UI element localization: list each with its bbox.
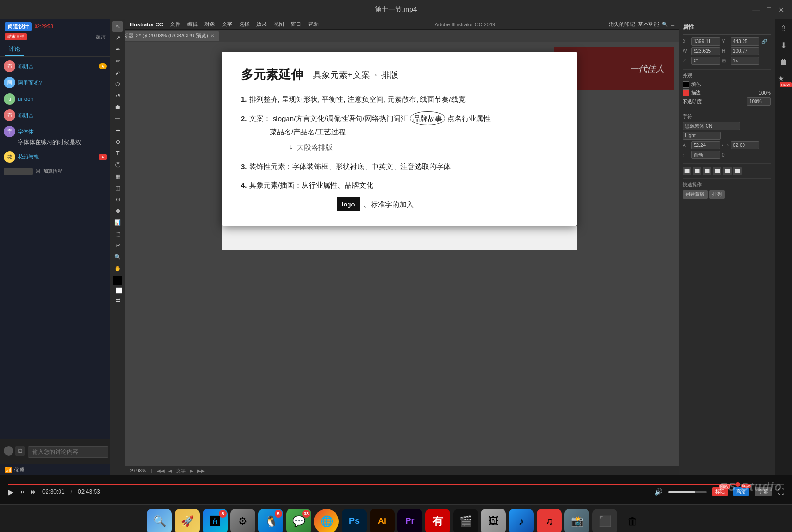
menu-file[interactable]: 文件 <box>167 20 183 29</box>
menu-edit[interactable]: 编辑 <box>184 20 201 29</box>
prev-button[interactable]: ⏮ <box>19 488 25 495</box>
download-icon[interactable]: ⬇ <box>780 41 787 50</box>
prop-x-input[interactable] <box>691 37 720 46</box>
search-btn[interactable]: 🔍 <box>662 22 668 27</box>
delete-icon[interactable]: 🗑 <box>780 58 788 66</box>
tool-zoom[interactable]: 🔍 <box>112 252 123 262</box>
stroke-swatch[interactable] <box>683 89 689 96</box>
menu-text[interactable]: 文字 <box>219 20 235 29</box>
nav-next[interactable]: ▶ <box>190 468 193 473</box>
dock-preview[interactable]: 🖼 <box>481 509 506 532</box>
tool-scale[interactable]: ⬢ <box>112 102 123 112</box>
fill-swatch[interactable] <box>683 81 689 88</box>
tool-gradient[interactable]: ◫ <box>112 182 123 193</box>
volume-icon[interactable]: 🔊 <box>654 488 662 496</box>
share-icon[interactable]: ⇪ <box>780 24 787 33</box>
tool-direct-select[interactable]: ↗ <box>112 42 123 43</box>
menu-more[interactable]: ☰ <box>671 22 675 27</box>
nav-prev-prev[interactable]: ◀◀ <box>157 468 165 473</box>
image-icon[interactable]: 🖼 <box>15 446 25 456</box>
add-effect-btn[interactable]: 创建蒙版 <box>683 190 708 199</box>
minimize-button[interactable]: — <box>752 5 760 14</box>
tool-pen[interactable]: ✒ <box>112 44 123 55</box>
align-middle-btn[interactable]: ⬜ <box>723 167 732 175</box>
chat-message-6: 花 花船与笔 ★ <box>4 151 107 163</box>
menu-select[interactable]: 选择 <box>236 20 252 29</box>
tool-touch-type[interactable]: Ⓣ <box>112 159 123 170</box>
prop-w-input[interactable] <box>691 47 720 55</box>
play-button[interactable]: ▶ <box>8 487 13 496</box>
dock-iterm[interactable]: ⬛ <box>592 509 617 532</box>
link-toggle[interactable]: 🔗 <box>761 39 767 44</box>
tool-blend[interactable]: ⊗ <box>112 206 123 216</box>
tool-type[interactable]: T <box>112 148 123 158</box>
align-btn[interactable]: 排列 <box>709 190 725 199</box>
dock-launchpad[interactable]: 🚀 <box>175 509 200 532</box>
font-style-input[interactable] <box>683 132 721 140</box>
prop-scale-input[interactable] <box>731 57 759 65</box>
tool-width[interactable]: ⬌ <box>112 125 123 135</box>
dock-browser[interactable]: 🌐 <box>314 509 339 532</box>
align-left-btn[interactable]: ⬜ <box>683 167 691 175</box>
opacity-input[interactable] <box>747 97 771 106</box>
dock-trash[interactable]: 🗑 <box>620 509 645 532</box>
chat-input[interactable] <box>28 446 108 458</box>
volume-slider[interactable] <box>668 491 707 493</box>
menu-view[interactable]: 视图 <box>271 20 287 29</box>
fill-color[interactable] <box>113 276 122 285</box>
stroke-color[interactable] <box>116 287 122 294</box>
prop-y-input[interactable] <box>731 37 759 46</box>
tool-warp[interactable]: 〰 <box>112 113 123 124</box>
tool-swap[interactable]: ⇄ <box>112 295 123 305</box>
live-badge[interactable]: 结束直播 <box>5 33 27 40</box>
prop-h-input[interactable] <box>731 47 759 55</box>
close-button[interactable]: ✕ <box>778 5 784 14</box>
align-top-btn[interactable]: ⬜ <box>713 167 721 175</box>
tool-chart[interactable]: 📊 <box>112 217 123 228</box>
tool-shape-build[interactable]: ⊕ <box>112 136 123 147</box>
tool-eraser[interactable]: ⬡ <box>112 79 123 89</box>
dock-music[interactable]: ♪ <box>509 509 534 532</box>
dock-premiere[interactable]: Pr <box>397 509 422 532</box>
leading-input[interactable] <box>691 151 720 159</box>
dock-photos[interactable]: 📸 <box>564 509 589 532</box>
dock-netease[interactable]: ♫ <box>537 509 562 532</box>
menu-help[interactable]: 帮助 <box>305 20 322 29</box>
prop-angle-input[interactable] <box>691 57 720 65</box>
document-tab[interactable]: 未标题-2* @ 29.98% (RGB/GPU 预览) ✕ <box>113 31 219 41</box>
tab-close[interactable]: ✕ <box>210 33 214 38</box>
dock-finder[interactable]: 🔍 <box>147 509 172 532</box>
tool-slice[interactable]: ✂ <box>112 240 123 251</box>
align-right-btn[interactable]: ⬜ <box>703 167 711 175</box>
next-button[interactable]: ⏭ <box>31 488 36 495</box>
discuss-tab[interactable]: 讨论 <box>5 43 24 56</box>
align-bottom-btn[interactable]: ⬜ <box>733 167 742 175</box>
menu-effect[interactable]: 效果 <box>253 20 270 29</box>
dock-finalcut[interactable]: 🎬 <box>453 509 478 532</box>
dock-wechat[interactable]: 💬 33 <box>286 509 311 532</box>
nav-next-next[interactable]: ▶▶ <box>197 468 205 473</box>
nav-prev[interactable]: ◀ <box>168 468 172 473</box>
dock-photoshop[interactable]: Ps <box>342 509 367 532</box>
font-size-input[interactable] <box>691 141 720 149</box>
dock-youdao[interactable]: 有 <box>425 509 450 532</box>
menu-object[interactable]: 对象 <box>202 20 218 29</box>
tool-pencil[interactable]: ✏ <box>112 56 123 66</box>
font-family-input[interactable] <box>683 122 740 130</box>
tracking-input[interactable] <box>731 141 759 149</box>
tool-rotate[interactable]: ↺ <box>112 90 123 101</box>
dock-illustrator[interactable]: Ai <box>370 509 395 532</box>
tool-artboard[interactable]: ⬚ <box>112 229 123 239</box>
dock-qq[interactable]: 🐧 5 <box>258 509 283 532</box>
progress-bar[interactable] <box>8 484 784 485</box>
maximize-button[interactable]: □ <box>767 5 771 14</box>
total-time: 02:43:53 <box>78 488 100 495</box>
tool-blob[interactable]: 🖌 <box>112 67 123 78</box>
tool-mesh[interactable]: ▦ <box>112 171 123 181</box>
tool-eyedropper[interactable]: ⊙ <box>112 194 123 205</box>
dock-appstore[interactable]: 🅰 8 <box>203 509 228 532</box>
dock-settings[interactable]: ⚙ <box>230 509 255 532</box>
menu-window[interactable]: 窗口 <box>288 20 304 29</box>
tool-hand[interactable]: ✋ <box>112 263 123 274</box>
align-center-btn[interactable]: ⬜ <box>693 167 701 175</box>
